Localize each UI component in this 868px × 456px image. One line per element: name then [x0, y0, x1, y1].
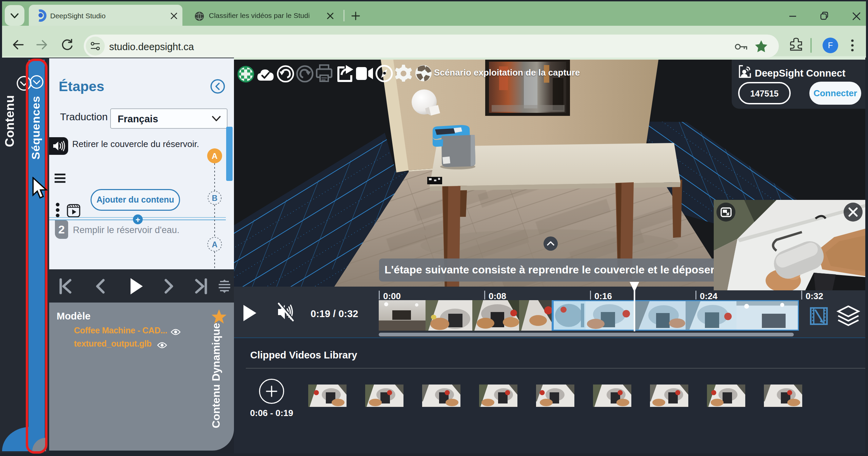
svg-text:B: B — [212, 194, 218, 203]
svg-text:A: A — [212, 151, 217, 161]
svg-text:A: A — [212, 240, 218, 249]
